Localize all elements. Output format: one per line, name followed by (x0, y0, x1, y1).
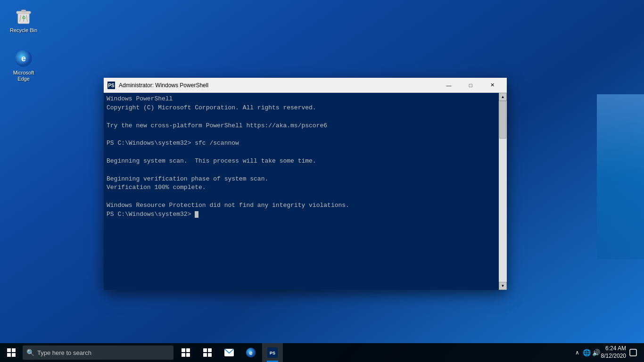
mail-button[interactable] (219, 343, 239, 362)
recycle-bin-icon[interactable]: ♻ Recycle Bin (5, 5, 42, 35)
network-icon[interactable]: 🌐 (582, 348, 592, 357)
recycle-bin-label: Recycle Bin (10, 27, 37, 33)
svg-rect-15 (186, 353, 190, 357)
edge-label: Microsoft Edge (7, 70, 41, 82)
clock[interactable]: 6:24 AM 8/12/2020 (601, 345, 626, 360)
scrollbar[interactable]: ▲ ▼ (499, 93, 507, 290)
minimize-button[interactable]: — (438, 78, 460, 93)
svg-rect-19 (208, 353, 212, 357)
store-button[interactable] (197, 343, 218, 362)
svg-text:e: e (21, 54, 26, 63)
svg-rect-2 (21, 10, 26, 12)
start-button[interactable] (0, 343, 23, 362)
powershell-titlebar-icon: PS (107, 82, 115, 89)
notification-button[interactable] (626, 343, 640, 362)
cursor (195, 211, 198, 218)
right-panel (597, 94, 644, 259)
terminal-line-1: Windows PowerShell Copyright (C) Microso… (107, 95, 349, 218)
taskbar-apps: e PS (173, 343, 569, 362)
recycle-bin-image: ♻ (14, 7, 33, 25)
svg-rect-26 (630, 349, 636, 356)
scroll-up-button[interactable]: ▲ (499, 93, 507, 101)
powershell-taskbar-button[interactable]: PS (262, 343, 283, 362)
svg-rect-18 (203, 353, 207, 357)
close-button[interactable]: ✕ (481, 78, 503, 93)
edge-taskbar-button[interactable]: e (240, 343, 261, 362)
task-view-button[interactable] (175, 343, 196, 362)
svg-rect-12 (182, 348, 185, 352)
edge-image: e (14, 49, 33, 68)
title-bar: PS Administrator: Windows PowerShell — □… (104, 78, 507, 93)
system-tray: ∧ 🌐 🔊 6:24 AM 8/12/2020 (569, 343, 644, 362)
svg-rect-17 (208, 348, 212, 352)
search-placeholder: Type here to search (37, 349, 91, 356)
search-icon: 🔍 (26, 349, 34, 356)
svg-text:♻: ♻ (22, 15, 26, 20)
window-controls: — □ ✕ (438, 78, 503, 93)
scroll-thumb[interactable] (499, 101, 506, 139)
svg-text:PS: PS (108, 83, 115, 88)
desktop: ♻ Recycle Bin e Microsoft Edge (0, 0, 644, 343)
svg-rect-14 (182, 353, 185, 357)
svg-text:e: e (249, 350, 253, 356)
maximize-button[interactable]: □ (460, 78, 481, 93)
windows-logo (7, 348, 16, 357)
edge-icon[interactable]: e Microsoft Edge (5, 47, 42, 84)
svg-text:PS: PS (270, 351, 275, 355)
scroll-down-button[interactable]: ▼ (499, 282, 507, 290)
terminal-content[interactable]: Windows PowerShell Copyright (C) Microso… (104, 93, 499, 290)
window-title: Administrator: Windows PowerShell (119, 82, 438, 89)
terminal-body[interactable]: Windows PowerShell Copyright (C) Microso… (104, 93, 507, 290)
search-box[interactable]: 🔍 Type here to search (23, 346, 173, 360)
volume-icon[interactable]: 🔊 (592, 348, 601, 357)
clock-date: 8/12/2020 (601, 353, 626, 360)
tray-overflow-button[interactable]: ∧ (573, 348, 582, 357)
powershell-window: PS Administrator: Windows PowerShell — □… (104, 78, 507, 290)
svg-rect-16 (203, 348, 207, 352)
clock-time: 6:24 AM (601, 345, 626, 353)
svg-rect-13 (186, 348, 190, 352)
scroll-track[interactable] (499, 101, 507, 282)
taskbar: 🔍 Type here to search (0, 343, 644, 362)
